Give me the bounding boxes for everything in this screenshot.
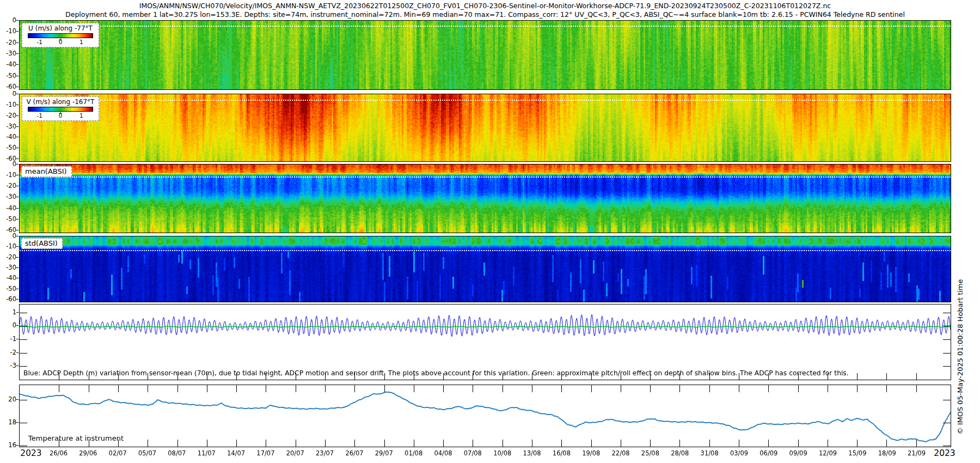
v-velocity-heatmap xyxy=(20,94,951,161)
x-axis-date-label: 22/08 xyxy=(612,449,630,457)
depth-tick-label: 0 xyxy=(0,16,16,24)
depth-tick-label: 0 xyxy=(0,90,16,98)
depth-variation-tick-label: -2 xyxy=(0,349,16,356)
temperature-tick-mark xyxy=(16,422,19,423)
x-axis-date-label: 05/07 xyxy=(138,449,156,457)
temperature-tick-label: 20 xyxy=(0,395,16,403)
colorbar-tick-label: -1 xyxy=(36,112,42,119)
depth-tick-label: -30 xyxy=(0,123,16,130)
x-axis-date-label: 17/07 xyxy=(256,449,274,457)
depth-tick-mark xyxy=(16,208,19,209)
depth-tick-label: -50 xyxy=(0,144,16,151)
depth-variation-caption: Blue: ADCP Depth (m) variation from sens… xyxy=(23,369,849,377)
depth-tick-label: -10 xyxy=(0,242,16,250)
surface-blank-dotted-line xyxy=(20,250,951,251)
depth-tick-label: -60 xyxy=(0,295,16,303)
figure-title-line1: IMOS/ANMN/NSW/CH070/Velocity/IMOS_ANMN-N… xyxy=(19,2,951,10)
x-axis-date-label: 18/09 xyxy=(878,449,896,457)
depth-variation-tick-mark xyxy=(16,339,19,339)
x-axis-date-label: 16/08 xyxy=(553,449,571,457)
depth-tick-mark xyxy=(16,20,19,21)
temperature-label: Temperature at instrument xyxy=(28,434,124,442)
v-colorbar-legend: V (m/s) along -167°T -1 0 1 xyxy=(22,96,99,121)
figure-title-line2: Deployment 60, member 1 lat=30.27S lon=1… xyxy=(19,10,951,19)
temperature-tick-label: 18 xyxy=(0,418,16,426)
v-colorbar-gradient xyxy=(28,107,93,112)
x-axis-date-label: 08/07 xyxy=(168,449,186,457)
x-axis-date-label: 02/07 xyxy=(109,449,127,457)
copyright-vertical-text: © IMOS 05-May-2025 01:00:28 Hobart time xyxy=(956,279,964,435)
depth-tick-label: -20 xyxy=(0,112,16,119)
depth-tick-label: -50 xyxy=(0,285,16,293)
panel-mean-absi: mean(ABSI) xyxy=(19,164,951,233)
depth-tick-mark xyxy=(16,197,19,197)
x-axis-date-label: 14/07 xyxy=(227,449,245,457)
depth-variation-tick-mark xyxy=(16,312,19,313)
x-axis-date-label: 04/08 xyxy=(434,449,452,457)
depth-tick-label: 0 xyxy=(0,232,16,240)
x-axis-year-left: 2023 xyxy=(20,448,41,458)
depth-tick-label: -30 xyxy=(0,50,16,57)
depth-tick-mark xyxy=(16,64,19,65)
depth-tick-mark xyxy=(16,126,19,127)
depth-tick-label: -40 xyxy=(0,204,16,212)
depth-tick-label: -40 xyxy=(0,274,16,282)
depth-tick-label: -20 xyxy=(0,182,16,190)
colorbar-tick-label: -1 xyxy=(36,39,42,45)
x-axis-date-label: 26/07 xyxy=(345,449,363,457)
u-velocity-heatmap xyxy=(20,21,951,89)
std-absi-label: std(ABSI) xyxy=(21,238,63,249)
colorbar-tick-label: 0 xyxy=(59,112,63,119)
temperature-plot xyxy=(20,385,951,447)
x-axis-date-label: 23/07 xyxy=(316,449,334,457)
panel-v-velocity: V (m/s) along -167°T -1 0 1 xyxy=(19,94,951,162)
temperature-tick-mark xyxy=(16,445,19,446)
colorbar-tick-label: 0 xyxy=(59,39,63,45)
depth-tick-label: -40 xyxy=(0,60,16,68)
depth-tick-mark xyxy=(16,159,19,159)
x-axis-date-label: 09/09 xyxy=(789,449,807,457)
v-legend-title: V (m/s) along -167°T xyxy=(24,98,96,106)
depth-tick-mark xyxy=(16,219,19,220)
panel-u-velocity: U (m/s) along -77°T -1 0 1 xyxy=(19,20,951,90)
depth-variation-tick-label: 0 xyxy=(0,321,16,329)
colorbar-tick-label: 1 xyxy=(79,112,83,119)
depth-tick-mark xyxy=(16,257,19,258)
u-colorbar-ticks: -1 0 1 xyxy=(24,39,96,45)
depth-tick-label: -10 xyxy=(0,27,16,35)
surface-blank-dotted-line xyxy=(20,100,951,101)
depth-tick-label: -30 xyxy=(0,264,16,271)
x-axis-date-label: 19/08 xyxy=(582,449,600,457)
depth-tick-label: 0 xyxy=(0,160,16,168)
depth-tick-mark xyxy=(16,236,19,236)
x-axis-date-label: 26/06 xyxy=(50,449,68,457)
depth-variation-plot xyxy=(20,304,951,380)
depth-tick-mark xyxy=(16,230,19,230)
depth-tick-mark xyxy=(16,42,19,43)
depth-tick-mark xyxy=(16,299,19,300)
depth-tick-label: -50 xyxy=(0,215,16,223)
depth-tick-mark xyxy=(16,31,19,32)
surface-blank-dotted-line xyxy=(20,176,951,178)
depth-tick-mark xyxy=(16,94,19,94)
depth-variation-tick-mark xyxy=(16,352,19,353)
x-axis-date-label: 29/06 xyxy=(79,449,97,457)
depth-tick-label: -10 xyxy=(0,101,16,108)
surface-blank-dotted-line xyxy=(20,26,951,27)
x-axis-date-label: 15/09 xyxy=(848,449,866,457)
depth-variation-tick-label: 1 xyxy=(0,308,16,316)
x-axis-date-label: 28/08 xyxy=(671,449,689,457)
x-axis-date-label: 11/07 xyxy=(198,449,216,457)
x-axis-date-label: 20/07 xyxy=(286,449,304,457)
adcp-deployment-figure: IMOS/ANMN/NSW/CH070/Velocity/IMOS_ANMN-N… xyxy=(0,0,980,463)
depth-tick-label: -60 xyxy=(0,83,16,90)
depth-variation-tick-mark xyxy=(16,365,19,366)
x-axis-date-label: 12/09 xyxy=(819,449,837,457)
depth-tick-mark xyxy=(16,53,19,54)
x-axis-date-label: 31/08 xyxy=(701,449,719,457)
u-colorbar-gradient xyxy=(28,33,93,38)
depth-variation-tick-label: -1 xyxy=(0,335,16,343)
depth-tick-label: -50 xyxy=(0,72,16,80)
x-axis-date-label: 21/09 xyxy=(908,449,926,457)
depth-tick-mark xyxy=(16,164,19,165)
